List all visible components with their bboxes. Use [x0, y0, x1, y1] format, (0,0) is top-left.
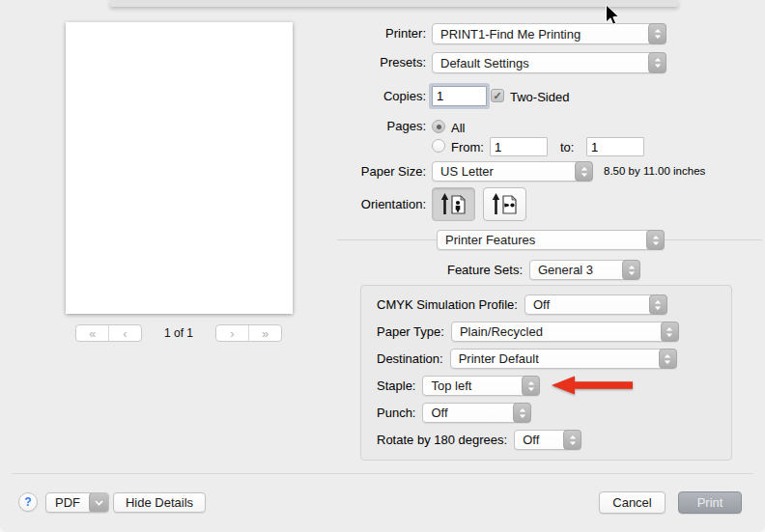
staple-popup[interactable]: Top left	[422, 376, 540, 396]
copies-label: Copies:	[0, 86, 426, 107]
punch-popup[interactable]: Off	[422, 403, 531, 423]
paper-dimensions-text: 8.50 by 11.00 inches	[604, 161, 705, 182]
orientation-label: Orientation:	[0, 194, 426, 215]
destination-label: Destination:	[377, 351, 443, 366]
cmyk-simulation-row: CMYK Simulation Profile: Off	[377, 294, 667, 315]
two-sided-label: Two-Sided	[510, 90, 569, 104]
punch-row: Punch: Off	[377, 403, 531, 423]
destination-row: Destination: Printer Default	[377, 349, 677, 369]
rotate-180-popup[interactable]: Off	[514, 430, 581, 450]
destination-value: Printer Default	[451, 350, 660, 368]
help-button[interactable]: ?	[18, 492, 38, 512]
landscape-orientation-icon	[492, 193, 519, 216]
paper-size-popup-value: US Letter	[433, 162, 576, 181]
footer-divider	[12, 473, 753, 474]
stepper-icon	[622, 260, 640, 280]
copies-input[interactable]	[432, 86, 487, 106]
page-indicator: 1 of 1	[142, 326, 215, 340]
feature-sets-popup-value: General 3	[530, 261, 623, 279]
rotate-180-value: Off	[515, 431, 564, 449]
stepper-icon	[513, 403, 531, 423]
portrait-orientation-icon	[440, 193, 468, 216]
pages-from-radio[interactable]	[432, 139, 445, 153]
printer-popup-value: PRINT1-Find Me Printing	[433, 24, 649, 43]
stepper-icon	[648, 52, 666, 73]
pages-to-input[interactable]	[586, 137, 644, 156]
panel-selector-popup[interactable]: Printer Features	[437, 230, 665, 250]
previous-page-button[interactable]: ‹	[109, 325, 141, 341]
paper-type-label: Paper Type:	[377, 324, 444, 339]
presets-label: Presets:	[0, 52, 426, 73]
parent-window-edge	[110, 0, 678, 7]
cmyk-simulation-label: CMYK Simulation Profile:	[377, 297, 518, 312]
pages-all-label: All	[451, 121, 465, 135]
stepper-icon	[649, 294, 667, 315]
print-button[interactable]: Print	[678, 491, 742, 514]
mouse-cursor	[605, 4, 620, 27]
pager-back-control[interactable]: « ‹	[75, 324, 142, 342]
pages-to-label: to:	[560, 140, 574, 154]
cmyk-simulation-popup[interactable]: Off	[524, 294, 667, 315]
stepper-icon	[661, 322, 679, 342]
hide-details-button[interactable]: Hide Details	[113, 492, 206, 513]
pages-from-label: From:	[451, 140, 484, 154]
stepper-icon	[646, 230, 665, 250]
paper-size-label: Paper Size:	[0, 161, 426, 182]
red-annotation-arrow	[552, 375, 635, 396]
presets-popup-value: Default Settings	[433, 53, 649, 72]
printer-label: Printer:	[0, 23, 426, 44]
last-page-button[interactable]: »	[249, 325, 281, 341]
presets-popup[interactable]: Default Settings	[432, 52, 666, 73]
two-sided-checkbox[interactable]: ✓	[491, 89, 504, 102]
pages-all-radio[interactable]	[432, 120, 445, 133]
rotate-180-label: Rotate by 180 degrees:	[377, 433, 507, 447]
printer-popup[interactable]: PRINT1-Find Me Printing	[432, 23, 666, 44]
destination-popup[interactable]: Printer Default	[450, 349, 677, 369]
staple-value: Top left	[423, 377, 523, 395]
stepper-icon	[648, 23, 666, 44]
orientation-portrait-button[interactable]	[432, 187, 475, 221]
rotate-180-row: Rotate by 180 degrees: Off	[377, 430, 581, 450]
pdf-menu-button[interactable]: PDF	[45, 492, 109, 513]
stepper-icon	[659, 349, 677, 369]
check-icon: ✓	[493, 91, 501, 101]
paper-type-value: Plain/Recycled	[452, 322, 662, 341]
feature-sets-label: Feature Sets:	[0, 260, 523, 280]
stepper-icon	[575, 161, 593, 182]
paper-type-popup[interactable]: Plain/Recycled	[451, 322, 679, 342]
staple-label: Staple:	[377, 378, 415, 393]
paper-size-popup[interactable]: US Letter	[432, 161, 593, 182]
punch-value: Off	[423, 404, 514, 422]
chevron-down-icon[interactable]	[89, 492, 109, 513]
stepper-icon	[563, 430, 581, 450]
orientation-landscape-button[interactable]	[483, 187, 526, 221]
pdf-menu-label: PDF	[46, 493, 89, 512]
pages-label: Pages:	[0, 118, 426, 135]
first-page-button[interactable]: «	[76, 325, 109, 341]
cancel-button[interactable]: Cancel	[599, 491, 666, 514]
pages-from-input[interactable]	[490, 137, 548, 156]
feature-sets-popup[interactable]: General 3	[529, 260, 640, 280]
print-dialog: « ‹ 1 of 1 › » Printer: PRINT1-Find Me P…	[0, 0, 765, 532]
panel-selector-value: Printer Features	[438, 231, 647, 249]
punch-label: Punch:	[377, 406, 415, 420]
pager-forward-control[interactable]: › »	[215, 324, 282, 342]
cmyk-simulation-value: Off	[525, 295, 650, 314]
paper-type-row: Paper Type: Plain/Recycled	[377, 322, 679, 342]
printer-features-group: CMYK Simulation Profile: Off Paper Type:…	[360, 285, 732, 461]
stepper-icon	[522, 376, 540, 396]
next-page-button[interactable]: ›	[216, 325, 249, 341]
staple-row: Staple: Top left	[377, 376, 540, 396]
